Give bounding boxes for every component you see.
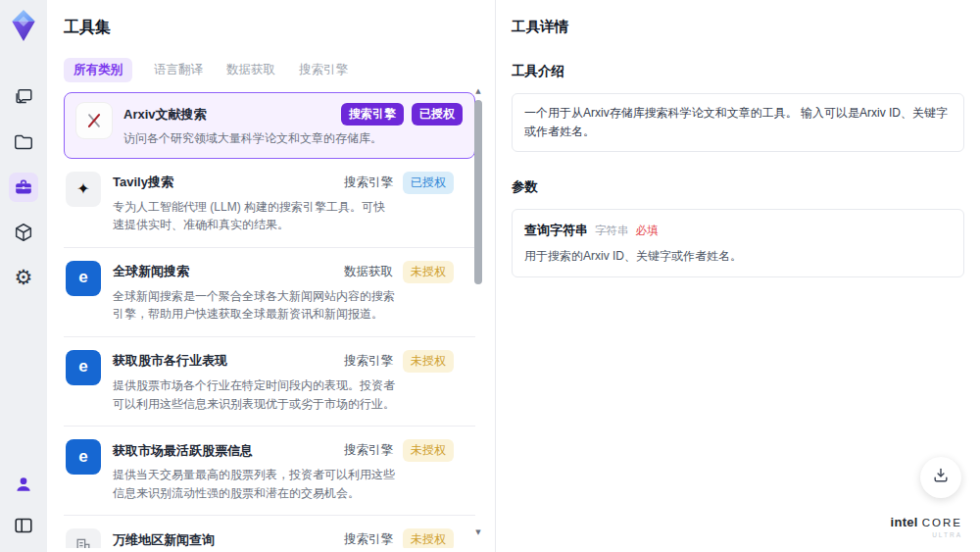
tool-category: 搜索引擎	[344, 353, 393, 370]
sidebar-bottom	[9, 470, 38, 540]
arxiv-icon	[76, 103, 112, 138]
tab-all-categories[interactable]: 所有类别	[64, 58, 132, 82]
building-icon	[66, 528, 101, 548]
status-badge: 未授权	[403, 439, 454, 462]
sparkle-icon: ✦	[66, 172, 101, 207]
tool-card-global-news[interactable]: e 全球新闻搜索 数据获取 未授权 全球新闻搜索是一个聚合全球各大新闻网站内容的…	[64, 248, 475, 337]
tool-description: 提供当天交易量最高的股票列表，投资者可以利用这些信息来识别流动性强的股票和潜在的…	[113, 466, 395, 502]
sidebar-item-packages[interactable]	[9, 218, 38, 247]
detail-title: 工具详情	[512, 18, 964, 36]
settings-icon: ⚙	[15, 268, 33, 288]
tool-card-regional-news[interactable]: 万维地区新闻查询 搜索引擎 未授权 查询具体行政区划内的新闻，快速了解各地新闻动…	[64, 516, 475, 548]
brand-sub-label: ULTRA	[891, 531, 962, 538]
tab-language-translation[interactable]: 语言翻译	[152, 58, 205, 82]
page-title: 工具集	[64, 18, 494, 38]
core-wordmark: CORE	[922, 517, 962, 528]
tool-name: 获取股市各行业表现	[113, 352, 227, 370]
list-scrollbar: ▲ ▼	[473, 86, 483, 537]
folder-icon	[13, 131, 34, 153]
status-badge: 未授权	[403, 261, 454, 283]
sidebar-nav: ⚙	[9, 82, 38, 292]
scroll-down-arrow-icon[interactable]: ▼	[473, 527, 483, 537]
user-icon	[14, 475, 33, 494]
param-type: 字符串	[595, 224, 629, 238]
chat-icon	[13, 86, 34, 108]
tool-card-arxiv[interactable]: Arxiv文献搜索 搜索引擎 已授权 访问各个研究领域大量科学论文和文章的存储库…	[64, 92, 475, 159]
intel-wordmark: intel	[891, 515, 918, 529]
news-icon: e	[66, 350, 101, 385]
sidebar: ⚙	[0, 0, 47, 552]
tool-card-sector-performance[interactable]: e 获取股市各行业表现 搜索引擎 未授权 提供股票市场各个行业在特定时间段内的表…	[64, 337, 475, 427]
tool-card-tavily[interactable]: ✦ Tavily搜索 搜索引擎 已授权 专为人工智能代理 (LLM) 构建的搜索…	[64, 159, 475, 248]
tool-name: 全球新闻搜索	[113, 263, 189, 280]
param-required-badge: 必填	[636, 224, 659, 238]
intro-heading: 工具介绍	[512, 63, 964, 80]
scroll-up-arrow-icon[interactable]: ▲	[473, 86, 483, 96]
download-button[interactable]	[920, 457, 961, 498]
param-description: 用于搜索的Arxiv ID、关键字或作者姓名。	[524, 248, 952, 265]
params-heading: 参数	[512, 178, 964, 196]
param-box: 查询字符串 字符串 必填 用于搜索的Arxiv ID、关键字或作者姓名。	[512, 209, 964, 277]
toolbox-icon	[13, 176, 34, 198]
sidebar-item-collapse[interactable]	[9, 511, 38, 540]
tab-search-engine[interactable]: 搜索引擎	[297, 58, 350, 82]
tool-detail-panel: 工具详情 工具介绍 一个用于从Arxiv存储库搜索科学论文和文章的工具。 输入可…	[495, 0, 980, 552]
intro-box: 一个用于从Arxiv存储库搜索科学论文和文章的工具。 输入可以是Arxiv ID…	[512, 93, 964, 152]
tool-list-panel: 工具集 所有类别 语言翻译 数据获取 搜索引擎 Arxiv文献搜索 搜索引擎 已…	[47, 0, 494, 552]
tool-category: 搜索引擎	[344, 442, 393, 459]
status-badge: 已授权	[412, 103, 463, 125]
category-badge: 搜索引擎	[341, 103, 404, 125]
sidebar-item-toolbox[interactable]	[9, 173, 38, 202]
tool-name: 获取市场最活跃股票信息	[113, 442, 253, 460]
sidebar-item-chat[interactable]	[9, 82, 38, 112]
panel-toggle-icon	[13, 515, 34, 536]
tool-name: Arxiv文献搜索	[123, 106, 207, 124]
tool-description: 全球新闻搜索是一个聚合全球各大新闻网站内容的搜索引擎，帮助用户快速获取全球最新资…	[113, 287, 395, 324]
tool-name: 万维地区新闻查询	[113, 531, 215, 548]
status-badge: 未授权	[403, 528, 454, 548]
tool-description: 专为人工智能代理 (LLM) 构建的搜索引擎工具。可快速提供实时、准确和真实的结…	[113, 198, 395, 234]
sidebar-item-files[interactable]	[9, 127, 38, 157]
tool-category: 搜索引擎	[344, 175, 393, 191]
sidebar-item-settings[interactable]: ⚙	[9, 263, 38, 292]
app-logo-icon	[9, 8, 38, 43]
tool-category: 搜索引擎	[344, 531, 393, 548]
news-icon: e	[66, 261, 101, 296]
cube-icon	[13, 222, 34, 243]
category-tabs: 所有类别 语言翻译 数据获取 搜索引擎	[64, 58, 494, 82]
param-name: 查询字符串	[524, 222, 588, 239]
tool-name: Tavily搜索	[113, 174, 173, 191]
tool-description: 访问各个研究领域大量科学论文和文章的存储库。	[123, 129, 463, 148]
tab-data-fetch[interactable]: 数据获取	[224, 58, 277, 82]
news-icon: e	[66, 439, 101, 475]
tool-card-most-active-stocks[interactable]: e 获取市场最活跃股票信息 搜索引擎 未授权 提供当天交易量最高的股票列表，投资…	[64, 427, 475, 516]
scrollbar-thumb[interactable]	[474, 100, 482, 284]
status-badge: 未授权	[403, 350, 454, 373]
tool-description: 提供股票市场各个行业在特定时间段内的表现。投资者可以利用这些信息来识别表现优于或…	[113, 376, 395, 413]
intel-core-logo: intelCORE ULTRA	[891, 516, 962, 538]
download-icon	[931, 466, 951, 489]
tool-category: 数据获取	[344, 264, 393, 280]
status-badge: 已授权	[403, 172, 454, 194]
tool-list: Arxiv文献搜索 搜索引擎 已授权 访问各个研究领域大量科学论文和文章的存储库…	[64, 92, 475, 548]
sidebar-item-account[interactable]	[9, 470, 38, 499]
